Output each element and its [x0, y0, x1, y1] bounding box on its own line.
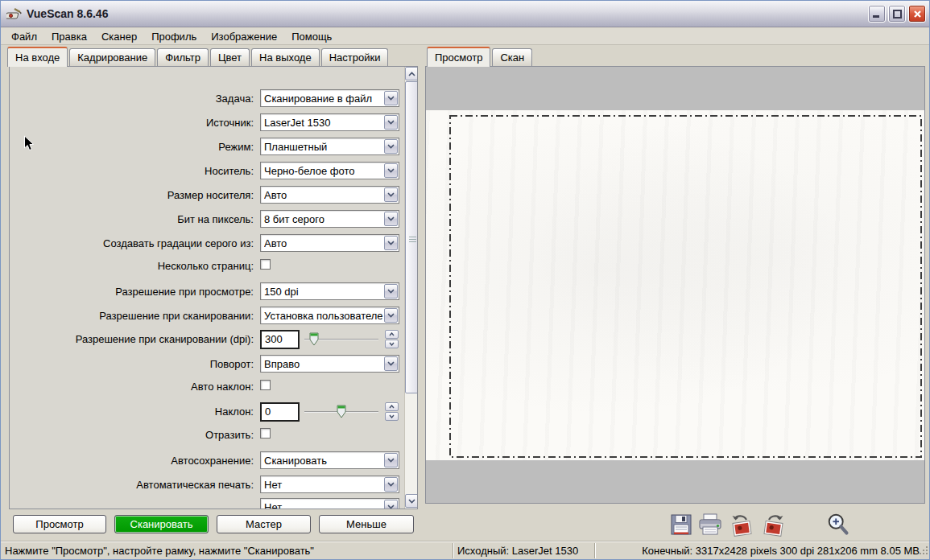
menu-item-edit[interactable]: Правка: [44, 29, 94, 44]
chevron-down-icon[interactable]: [384, 453, 398, 467]
task-select[interactable]: Сканирование в файл: [260, 89, 399, 107]
chevron-down-icon[interactable]: [384, 284, 398, 299]
grayscale-from-select[interactable]: Авто: [260, 234, 399, 252]
form-row-grayscale-from: Создавать градации серого из: Авто: [10, 234, 404, 253]
rotate-left-icon[interactable]: [728, 512, 755, 537]
menu-bar: Файл Правка Сканер Профиль Изображение П…: [1, 28, 930, 45]
auto-skew-checkbox[interactable]: [260, 380, 271, 390]
stepper-down-button[interactable]: [385, 412, 399, 421]
form-row-scan-res: Разрешение при сканировании: Установка п…: [10, 307, 404, 326]
scan-dpi-slider[interactable]: [304, 330, 378, 349]
mode-select[interactable]: Планшетный: [260, 138, 399, 155]
chevron-down-icon[interactable]: [384, 356, 398, 371]
chevron-down-icon[interactable]: [384, 187, 398, 202]
media-size-label: Размер носителя:: [10, 189, 254, 201]
menu-item-file[interactable]: Файл: [4, 29, 44, 44]
form-row-source: Источник: LaserJet 1530: [10, 113, 404, 133]
close-button[interactable]: [908, 5, 926, 23]
less-button[interactable]: Меньше: [319, 515, 414, 533]
chevron-down-icon[interactable]: [384, 500, 398, 509]
resize-grip[interactable]: [919, 546, 929, 558]
preview-resolution-select[interactable]: 150 dpi: [260, 282, 399, 300]
tab-color[interactable]: Цвет: [210, 48, 250, 67]
menu-item-image[interactable]: Изображение: [204, 29, 284, 44]
mode-label: Режим:: [10, 141, 254, 153]
scroll-up-button[interactable]: [405, 67, 418, 80]
form-row-autosave: Автосохранение: Сканировать: [10, 451, 404, 471]
menu-item-profile[interactable]: Профиль: [144, 29, 204, 44]
input-settings-panel: Задача: Сканирование в файл Источник: La…: [9, 66, 418, 509]
tab-output[interactable]: На выходе: [251, 48, 320, 67]
stepper-up-button[interactable]: [385, 330, 399, 339]
form-row-media: Носитель: Черно-белое фото: [10, 162, 404, 181]
settings-scrollbar[interactable]: [404, 67, 418, 509]
media-size-select[interactable]: Авто: [260, 186, 399, 204]
scroll-thumb[interactable]: [405, 81, 418, 393]
form-row-media-size: Размер носителя: Авто: [10, 186, 404, 205]
slider-thumb[interactable]: [337, 405, 346, 421]
chevron-down-icon[interactable]: [384, 236, 398, 250]
action-bar: Просмотр Сканировать Мастер Меньше: [1, 509, 930, 541]
preview-canvas[interactable]: [426, 110, 924, 460]
task-label: Задача:: [10, 93, 254, 105]
tab-prefs[interactable]: Настройки: [321, 48, 389, 67]
form-row-mode: Режим: Планшетный: [10, 138, 404, 157]
save-icon[interactable]: [668, 512, 695, 537]
autosave-select[interactable]: Сканировать: [260, 451, 399, 469]
tab-input[interactable]: На входе: [7, 47, 68, 67]
media-select[interactable]: Черно-белое фото: [260, 162, 399, 179]
chevron-down-icon[interactable]: [384, 163, 398, 178]
title-bar[interactable]: VueScan 8.6.46: [1, 1, 930, 27]
tab-scan[interactable]: Скан: [492, 48, 532, 67]
app-icon: [6, 6, 23, 21]
mirror-checkbox[interactable]: [260, 428, 271, 439]
stepper-up-button[interactable]: [385, 402, 399, 411]
multipage-label: Несколько страниц:: [10, 260, 254, 272]
source-label: Источник:: [10, 117, 254, 129]
skew-input[interactable]: 0: [260, 402, 300, 422]
chevron-down-icon[interactable]: [384, 115, 398, 130]
chevron-down-icon[interactable]: [384, 212, 398, 226]
form-row-bits: Бит на пиксель: 8 бит серого: [10, 210, 404, 229]
wizard-button[interactable]: Мастер: [217, 515, 311, 533]
menu-item-help[interactable]: Помощь: [284, 29, 339, 44]
preview-button[interactable]: Просмотр: [13, 515, 106, 533]
mirror-label: Отразить:: [10, 429, 254, 441]
app-window: { "window": { "title": "VueScan 8.6.46",…: [0, 0, 930, 560]
zoom-in-icon[interactable]: [825, 512, 853, 537]
form-row-preview-res: Разрешение при просмотре: 150 dpi: [10, 282, 404, 302]
tab-filter[interactable]: Фильтр: [157, 48, 209, 67]
maximize-button[interactable]: [888, 5, 906, 23]
source-select[interactable]: LaserJet 1530: [260, 113, 399, 131]
chevron-down-icon[interactable]: [384, 477, 398, 492]
scan-dpi-input[interactable]: 300: [260, 330, 300, 349]
scan-dpi-label: Разрешение при сканировании (dpi):: [10, 333, 254, 345]
scan-button[interactable]: Сканировать: [114, 515, 209, 533]
print-icon[interactable]: [696, 512, 724, 537]
rotation-select[interactable]: Вправо: [260, 355, 399, 373]
form-row-autoprint: Автоматическая печать: Нет: [10, 476, 404, 495]
autoprint-select[interactable]: Нет: [260, 476, 399, 493]
stepper-down-button[interactable]: [385, 340, 399, 348]
form-row-mirror: Отразить:: [10, 426, 404, 445]
bits-per-pixel-select[interactable]: 8 бит серого: [260, 210, 399, 228]
grayscale-from-label: Создавать градации серого из:: [10, 237, 254, 249]
minimize-button[interactable]: [868, 5, 886, 23]
menu-item-scanner[interactable]: Сканер: [94, 29, 144, 44]
chevron-down-icon[interactable]: [384, 91, 398, 105]
clipped-select[interactable]: Нет: [260, 498, 399, 509]
form-row-multipage: Несколько страниц:: [10, 257, 404, 276]
media-label: Носитель:: [10, 165, 254, 177]
skew-slider[interactable]: [304, 402, 378, 422]
scroll-down-button[interactable]: [405, 494, 418, 508]
slider-thumb[interactable]: [309, 332, 319, 348]
scan-resolution-select[interactable]: Установка пользователе: [260, 307, 399, 324]
rotate-right-icon[interactable]: [760, 512, 787, 537]
bits-label: Бит на пиксель:: [10, 213, 254, 225]
tab-crop[interactable]: Кадрирование: [69, 48, 155, 67]
chevron-down-icon[interactable]: [384, 139, 398, 154]
mouse-cursor: [23, 135, 35, 154]
chevron-down-icon[interactable]: [384, 308, 398, 323]
multipage-checkbox[interactable]: [260, 259, 271, 270]
tab-preview[interactable]: Просмотр: [427, 47, 490, 67]
